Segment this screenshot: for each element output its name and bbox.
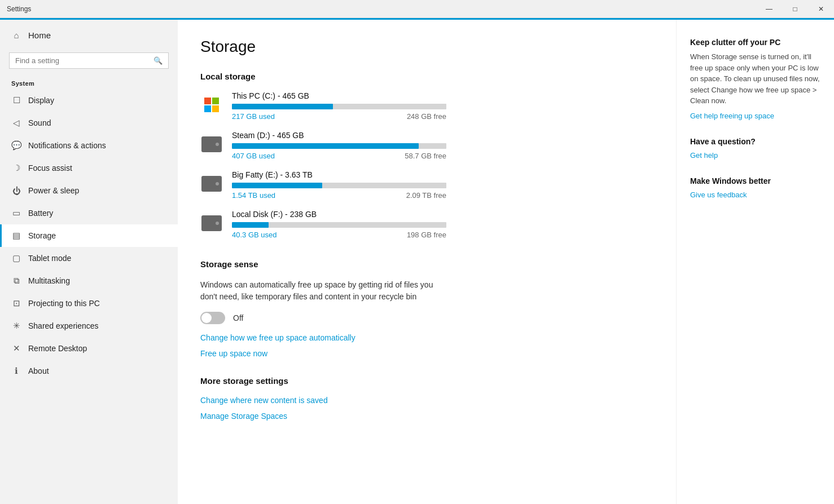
right-section-better: Make Windows better Give us feedback: [690, 176, 820, 199]
sidebar-label-about: About: [28, 366, 49, 375]
link-manage-spaces[interactable]: Manage Storage Spaces: [200, 412, 653, 421]
search-box: 🔍: [9, 52, 169, 69]
drive-stats-f: 40.3 GB used 198 GB free: [232, 231, 446, 239]
remote-icon: ✕: [11, 343, 21, 353]
drive-icon-e: [200, 173, 223, 195]
drive-bar-bg-f: [232, 222, 446, 228]
drive-bar-fill-d: [232, 143, 419, 149]
sidebar-item-focus[interactable]: ☽ Focus assist: [0, 157, 178, 179]
drive-name-f: Local Disk (F:) - 238 GB: [232, 210, 653, 219]
right-link-feedback[interactable]: Give us feedback: [690, 191, 747, 199]
hdd-icon-f: [201, 215, 222, 231]
drive-used-c: 217 GB used: [232, 112, 275, 121]
drive-stats-e: 1.54 TB used 2.09 TB free: [232, 191, 446, 200]
sidebar-item-power[interactable]: ⏻ Power & sleep: [0, 179, 178, 202]
drive-list: This PC (C:) - 465 GB 217 GB used 248 GB…: [200, 91, 653, 239]
drive-info-e: Big Fatty (E:) - 3.63 TB 1.54 TB used 2.…: [232, 170, 653, 200]
hdd-icon-e: [201, 176, 222, 192]
link-free-now[interactable]: Free up space now: [200, 349, 653, 358]
sidebar-item-shared[interactable]: ✳ Shared experiences: [0, 315, 178, 337]
more-storage-section: More storage settings Change where new c…: [200, 376, 653, 421]
sidebar-label-focus: Focus assist: [28, 163, 72, 173]
drive-name-c: This PC (C:) - 465 GB: [232, 91, 653, 100]
storage-sense-section: Storage sense Windows can automatically …: [200, 259, 653, 358]
drive-stats-d: 407 GB used 58.7 GB free: [232, 152, 446, 160]
sidebar-item-display[interactable]: ☐ Display: [0, 89, 178, 112]
sidebar-label-battery: Battery: [28, 209, 53, 218]
drive-used-e: 1.54 TB used: [232, 191, 275, 200]
drive-icon-f: [200, 212, 223, 235]
storage-sense-toggle[interactable]: [200, 312, 225, 324]
link-change-auto[interactable]: Change how we free up space automaticall…: [200, 333, 653, 342]
sidebar-label-shared: Shared experiences: [28, 321, 99, 330]
home-icon: ⌂: [11, 30, 21, 40]
app-container: ⌂ Home 🔍 System ☐ Display ◁ Sound 💬 Noti…: [0, 18, 834, 504]
right-section-clutter: Keep clutter off your PC When Storage se…: [690, 38, 820, 120]
tablet-icon: ▢: [11, 253, 21, 263]
sidebar-item-home[interactable]: ⌂ Home: [0, 20, 178, 50]
close-button[interactable]: ✕: [808, 0, 834, 18]
local-storage-title: Local storage: [200, 72, 653, 81]
notifications-icon: 💬: [11, 140, 21, 151]
right-title-question: Have a question?: [690, 137, 820, 146]
sidebar-label-storage: Storage: [28, 231, 56, 240]
right-title-clutter: Keep clutter off your PC: [690, 38, 820, 47]
drive-name-d: Steam (D:) - 465 GB: [232, 131, 653, 140]
drive-free-d: 58.7 GB free: [405, 152, 446, 160]
sidebar-item-remote[interactable]: ✕ Remote Desktop: [0, 337, 178, 360]
drive-info-c: This PC (C:) - 465 GB 217 GB used 248 GB…: [232, 91, 653, 121]
drive-used-d: 407 GB used: [232, 152, 275, 160]
drive-stats-c: 217 GB used 248 GB free: [232, 112, 446, 121]
drive-name-e: Big Fatty (E:) - 3.63 TB: [232, 170, 653, 179]
drive-bar-fill-c: [232, 104, 333, 109]
right-section-question: Have a question? Get help: [690, 137, 820, 160]
sidebar-item-about[interactable]: ℹ About: [0, 360, 178, 382]
sidebar-label-tablet: Tablet mode: [28, 254, 71, 263]
storage-sense-desc: Windows can automatically free up space …: [200, 279, 443, 303]
sidebar-item-storage[interactable]: ▤ Storage: [0, 224, 178, 247]
search-input[interactable]: [15, 56, 149, 65]
toggle-thumb: [201, 313, 212, 323]
right-link-get-help[interactable]: Get help: [690, 151, 718, 160]
sidebar-label-notifications: Notifications & actions: [28, 141, 106, 150]
minimize-button[interactable]: —: [756, 0, 782, 18]
drive-bar-bg-c: [232, 104, 446, 109]
sidebar-label-remote: Remote Desktop: [28, 344, 87, 353]
shared-icon: ✳: [11, 321, 21, 331]
drive-item-d: Steam (D:) - 465 GB 407 GB used 58.7 GB …: [200, 131, 653, 160]
titlebar: Settings — □ ✕: [0, 0, 834, 18]
sidebar-item-multitasking[interactable]: ⧉ Multitasking: [0, 269, 178, 292]
sidebar-label-sound: Sound: [28, 118, 51, 127]
sidebar-item-battery[interactable]: ▭ Battery: [0, 202, 178, 224]
hdd-icon-d: [201, 136, 222, 152]
sidebar-item-sound[interactable]: ◁ Sound: [0, 112, 178, 134]
sidebar-label-projecting: Projecting to this PC: [28, 299, 100, 308]
link-change-saved[interactable]: Change where new content is saved: [200, 396, 653, 405]
right-desc-clutter: When Storage sense is turned on, it'll f…: [690, 51, 820, 107]
drive-bar-bg-d: [232, 143, 446, 149]
right-link-freeing-space[interactable]: Get help freeing up space: [690, 112, 774, 120]
sidebar-label-power: Power & sleep: [28, 186, 79, 195]
right-title-better: Make Windows better: [690, 176, 820, 185]
drive-free-f: 198 GB free: [407, 231, 446, 239]
projecting-icon: ⊡: [11, 298, 21, 308]
main-content: Storage Local storage This PC (C:) - 465…: [178, 20, 676, 504]
sidebar-item-projecting[interactable]: ⊡ Projecting to this PC: [0, 292, 178, 315]
drive-free-e: 2.09 TB free: [406, 191, 446, 200]
sidebar-item-notifications[interactable]: 💬 Notifications & actions: [0, 134, 178, 157]
drive-icon-c: [200, 94, 223, 116]
display-icon: ☐: [11, 95, 21, 105]
drive-bar-fill-f: [232, 222, 269, 228]
multitasking-icon: ⧉: [11, 276, 21, 286]
storage-icon: ▤: [11, 231, 21, 241]
right-panel: Keep clutter off your PC When Storage se…: [676, 20, 834, 504]
maximize-button[interactable]: □: [782, 0, 808, 18]
more-storage-title: More storage settings: [200, 376, 653, 386]
page-title: Storage: [200, 38, 653, 56]
sidebar-item-tablet[interactable]: ▢ Tablet mode: [0, 247, 178, 269]
focus-icon: ☽: [11, 163, 21, 173]
drive-used-f: 40.3 GB used: [232, 231, 277, 239]
app-title: Settings: [7, 5, 31, 13]
drive-free-c: 248 GB free: [407, 112, 446, 121]
home-label: Home: [28, 30, 51, 40]
